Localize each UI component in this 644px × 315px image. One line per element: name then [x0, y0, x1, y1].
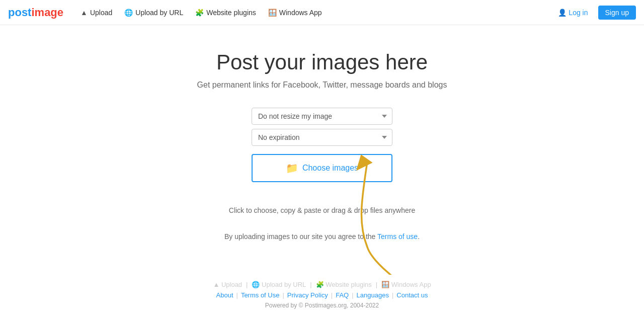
- nav: ▲ Upload 🌐 Upload by URL 🧩 Website plugi…: [75, 6, 552, 20]
- footer-terms-link[interactable]: Terms of Use: [241, 291, 280, 299]
- nav-upload-label: Upload: [90, 9, 112, 17]
- resize-select[interactable]: Do not resize my image 320x240 640x480 8…: [252, 108, 392, 125]
- footer-plugins-link[interactable]: 🧩 Website plugins: [316, 281, 372, 288]
- logo: postimage: [8, 6, 63, 19]
- terms-text-after: .: [418, 232, 420, 241]
- header: postimage ▲ Upload 🌐 Upload by URL 🧩 Web…: [0, 0, 644, 25]
- footer-copyright: Powered by © Postimages.org, 2004-2022: [8, 302, 636, 309]
- footer-divider-2: |: [310, 281, 311, 288]
- login-icon: 👤: [558, 9, 567, 17]
- footer-sec-divider-2: |: [282, 291, 284, 299]
- nav-plugins-label: Website plugins: [206, 9, 256, 17]
- footer-divider-3: |: [376, 281, 377, 288]
- choose-images-label: Choose images: [302, 164, 358, 173]
- footer-windows-icon: 🪟: [381, 281, 389, 288]
- footer-sec-divider-3: |: [331, 291, 333, 299]
- expiration-select[interactable]: No expiration 1 day 1 week 1 month 6 mon…: [252, 129, 392, 146]
- footer-plugins-label: Website plugins: [326, 281, 372, 288]
- nav-website-plugins[interactable]: 🧩 Website plugins: [190, 6, 261, 20]
- footer-upload-url-label: Upload by URL: [262, 281, 306, 288]
- footer-contact-link[interactable]: Contact us: [396, 291, 428, 299]
- page-subtitle: Get permanent links for Facebook, Twitte…: [197, 81, 447, 90]
- logo-image: image: [31, 6, 63, 19]
- main-content: Post your images here Get permanent link…: [0, 25, 644, 261]
- footer-divider-1: |: [246, 281, 248, 288]
- nav-upload-url[interactable]: 🌐 Upload by URL: [119, 6, 188, 20]
- footer-windows-link[interactable]: 🪟 Windows App: [381, 281, 431, 288]
- footer-faq-link[interactable]: FAQ: [336, 291, 349, 299]
- page-title: Post your images here: [216, 50, 428, 74]
- signup-button[interactable]: Sign up: [598, 6, 636, 20]
- arrow-container: 📁 Choose images: [252, 154, 392, 188]
- upload-controls: Do not resize my image 320x240 640x480 8…: [252, 108, 392, 146]
- footer-about-link[interactable]: About: [216, 291, 233, 299]
- footer-windows-label: Windows App: [391, 281, 431, 288]
- footer-sec-divider-5: |: [392, 291, 393, 299]
- nav-windows-label: Windows App: [279, 9, 322, 17]
- terms-text-before: By uploading images to our site you agre…: [224, 232, 377, 241]
- header-right: 👤 Log in Sign up: [552, 6, 636, 20]
- windows-icon: 🪟: [268, 9, 277, 17]
- footer-sec-divider-1: |: [236, 291, 238, 299]
- footer-upload-icon: ▲: [213, 281, 219, 288]
- footer-plugin-icon: 🧩: [316, 281, 324, 288]
- terms-of-use-link[interactable]: Terms of use: [377, 232, 418, 241]
- choose-images-button[interactable]: 📁 Choose images: [252, 154, 392, 182]
- login-button[interactable]: 👤 Log in: [552, 6, 594, 20]
- nav-windows-app[interactable]: 🪟 Windows App: [263, 6, 327, 20]
- login-label: Log in: [569, 9, 588, 17]
- footer-primary-links: ▲ Upload | 🌐 Upload by URL | 🧩 Website p…: [8, 281, 636, 288]
- footer-sec-divider-4: |: [352, 291, 353, 299]
- footer-upload-label: Upload: [221, 281, 242, 288]
- footer-privacy-link[interactable]: Privacy Policy: [287, 291, 328, 299]
- signup-label: Sign up: [605, 9, 629, 17]
- nav-upload[interactable]: ▲ Upload: [75, 6, 117, 20]
- terms-agreement-text: By uploading images to our site you agre…: [224, 232, 420, 241]
- footer-secondary-links: About | Terms of Use | Privacy Policy | …: [8, 291, 636, 299]
- folder-icon: 📁: [286, 162, 298, 174]
- nav-upload-url-label: Upload by URL: [135, 9, 183, 17]
- footer-upload-url-link[interactable]: 🌐 Upload by URL: [252, 281, 306, 288]
- footer-languages-link[interactable]: Languages: [357, 291, 389, 299]
- logo-post: post: [8, 6, 31, 19]
- hint-text: Click to choose, copy & paste or drag & …: [229, 206, 415, 214]
- globe-icon: 🌐: [124, 9, 133, 17]
- upload-icon: ▲: [80, 9, 88, 17]
- footer-upload-link[interactable]: ▲ Upload: [213, 281, 242, 288]
- footer-globe-icon: 🌐: [252, 281, 260, 288]
- plugin-icon: 🧩: [195, 9, 204, 17]
- footer: ▲ Upload | 🌐 Upload by URL | 🧩 Website p…: [0, 275, 644, 315]
